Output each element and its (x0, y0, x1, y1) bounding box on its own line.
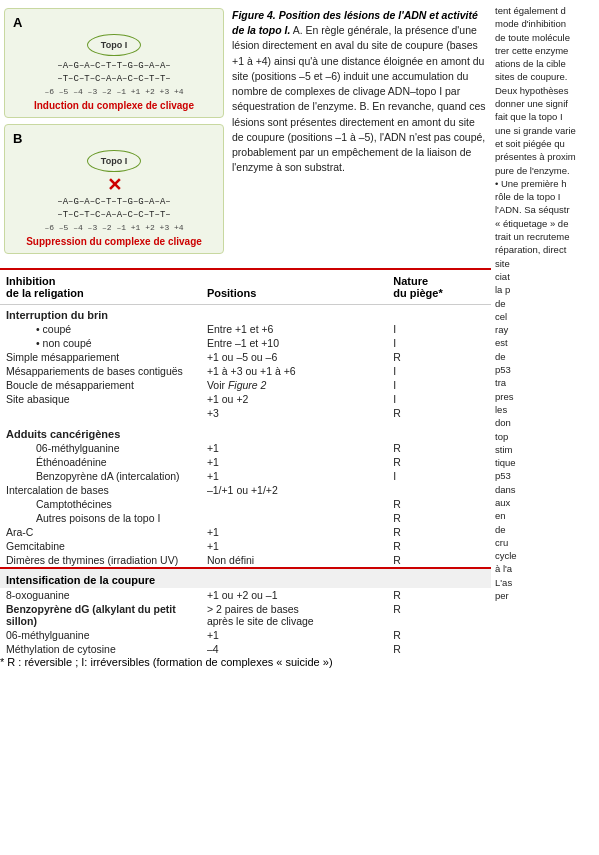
table-row: Dimères de thymines (irradiation UV) Non… (0, 553, 491, 568)
fig-b-label: B. (360, 100, 370, 112)
right-text-content: tent également d mode d'inhibition de to… (495, 4, 595, 602)
diagram-box-b: B Topo I ✕ –A–G–A–C–T–T–G–G–A–A– –T–C–T–… (4, 124, 224, 254)
row-positions: +1 ou +2 (201, 392, 387, 406)
table-row: 8-oxoguanine +1 ou +2 ou –1 R (0, 588, 491, 602)
row-name: 8-oxoguanine (0, 588, 201, 602)
th-positions: Positions (201, 270, 387, 305)
row-positions: +1 (201, 525, 387, 539)
row-nature: R (387, 539, 491, 553)
row-positions: +1 (201, 469, 387, 483)
table-row: • coupé Entre +1 et +6 I (0, 322, 491, 336)
x-mark: ✕ (13, 176, 215, 194)
row-positions: +1 (201, 455, 387, 469)
row-name: Méthylation de cytosine (0, 642, 201, 656)
table-row: Site abasique +1 ou +2 I (0, 392, 491, 406)
top-section: A Topo I –A–G–A–C–T–T–G–G–A–A– –T–C–T–C–… (0, 0, 491, 264)
row-positions: +1 à +3 ou +1 à +6 (201, 364, 387, 378)
row-name: Gemcitabine (0, 539, 201, 553)
row-name: Benzopyrène dG (alkylant du petit sillon… (0, 602, 201, 628)
topo-label-a: Topo I (101, 40, 127, 50)
row-nature: R (387, 455, 491, 469)
row-positions (201, 497, 387, 511)
diagram-caption-b: Suppression du complexe de clivage (13, 236, 215, 247)
figure-caption: Figure 4. Position des lésions de l'ADN … (232, 8, 487, 260)
row-nature: R (387, 497, 491, 511)
table-row: Interruption du brin (0, 305, 491, 323)
row-name: Boucle de mésappariement (0, 378, 201, 392)
diagram-caption-a: Induction du complexe de clivage (13, 100, 215, 111)
row-name: Autres poisons de la topo I (0, 511, 201, 525)
th-inhibition-line1: Inhibition (6, 275, 55, 287)
table-row: Autres poisons de la topo I R (0, 511, 491, 525)
table-row: Intercalation de bases –1/+1 ou +1/+2 (0, 483, 491, 497)
row-nature: R (387, 628, 491, 642)
row-name: Site abasique (0, 392, 201, 406)
row-nature: R (387, 525, 491, 539)
table-row: Boucle de mésappariement Voir Figure 2 I (0, 378, 491, 392)
table-row: Camptothécines R (0, 497, 491, 511)
left-content: A Topo I –A–G–A–C–T–T–G–G–A–A– –T–C–T–C–… (0, 0, 491, 668)
row-name: 06-méthylguanine (0, 441, 201, 455)
row-positions (201, 511, 387, 525)
table-row: Méthylation de cytosine –4 R (0, 642, 491, 656)
row-positions: +3 (201, 406, 387, 420)
table-section: Inhibition de la religation Positions Na… (0, 268, 491, 668)
table-row: Mésappariements de bases contiguës +1 à … (0, 364, 491, 378)
table-body: Interruption du brin • coupé Entre +1 et… (0, 305, 491, 669)
dna-numbers-b: –6 –5 –4 –3 –2 –1 +1 +2 +3 +4 (13, 223, 215, 232)
row-name: Ara-C (0, 525, 201, 539)
row-positions: Entre –1 et +10 (201, 336, 387, 350)
diagram-panel: A Topo I –A–G–A–C–T–T–G–G–A–A– –T–C–T–C–… (4, 8, 224, 260)
dna-numbers-a: –6 –5 –4 –3 –2 –1 +1 +2 +3 +4 (13, 87, 215, 96)
row-positions: > 2 paires de basesaprès le site de cliv… (201, 602, 387, 628)
row-nature: R (387, 441, 491, 455)
row-name: Camptothécines (0, 497, 201, 511)
right-side-text: tent également d mode d'inhibition de to… (491, 0, 599, 668)
row-nature: R (387, 602, 491, 628)
top-content-row: A Topo I –A–G–A–C–T–T–G–G–A–A– –T–C–T–C–… (0, 0, 599, 668)
row-nature: I (387, 392, 491, 406)
page-wrapper: A Topo I –A–G–A–C–T–T–G–G–A–A– –T–C–T–C–… (0, 0, 599, 668)
row-nature: R (387, 350, 491, 364)
row-nature: I (387, 364, 491, 378)
row-nature: R (387, 588, 491, 602)
row-name: Benzopyrène dA (intercalation) (0, 469, 201, 483)
intensification-header: Intensification de la coupure (0, 568, 491, 588)
row-name: Dimères de thymines (irradiation UV) (0, 553, 201, 568)
row-positions: +1 (201, 539, 387, 553)
row-positions: +1 ou –5 ou –6 (201, 350, 387, 364)
table-row: Gemcitabine +1 R (0, 539, 491, 553)
table-row: Éthénoadénine +1 R (0, 455, 491, 469)
table-row: +3 R (0, 406, 491, 420)
th-nature: Nature du piège* (387, 270, 491, 305)
dna-seq-4: –T–C–T–C–A–A–C–C–T–T– (13, 209, 215, 222)
fig-a-label: A. (293, 24, 303, 36)
row-name: Intercalation de bases (0, 483, 201, 497)
table-row: • non coupé Entre –1 et +10 I (0, 336, 491, 350)
table-row: Benzopyrène dG (alkylant du petit sillon… (0, 602, 491, 628)
group-header-interruption: Interruption du brin (0, 305, 491, 323)
row-nature: I (387, 378, 491, 392)
th-inhibition: Inhibition de la religation (0, 270, 201, 305)
row-name: • coupé (0, 322, 201, 336)
dna-seq-2: –T–C–T–C–A–A–C–C–T–T– (13, 73, 215, 86)
footnote-text: * R : réversible ; I: irréversibles (for… (0, 656, 491, 668)
row-positions: Entre +1 et +6 (201, 322, 387, 336)
row-positions: +1 (201, 441, 387, 455)
row-nature: I (387, 336, 491, 350)
row-name: 06-méthylguanine (0, 628, 201, 642)
row-positions: Non défini (201, 553, 387, 568)
row-name: Éthénoadénine (0, 455, 201, 469)
th-inhibition-line2: de la religation (6, 287, 84, 299)
topo-label-b: Topo I (101, 156, 127, 166)
table-row: Adduits cancérigènes (0, 424, 491, 441)
row-positions: –4 (201, 642, 387, 656)
row-nature: R (387, 642, 491, 656)
row-positions: Voir Figure 2 (201, 378, 387, 392)
figure-caption-text: Figure 4. Position des lésions de l'ADN … (232, 8, 487, 175)
th-nature-line2: du piège* (393, 287, 443, 299)
th-nature-line1: Nature (393, 275, 428, 287)
diagram-label-b: B (13, 131, 215, 146)
group-header-adduits: Adduits cancérigènes (0, 424, 491, 441)
table-row: Ara-C +1 R (0, 525, 491, 539)
